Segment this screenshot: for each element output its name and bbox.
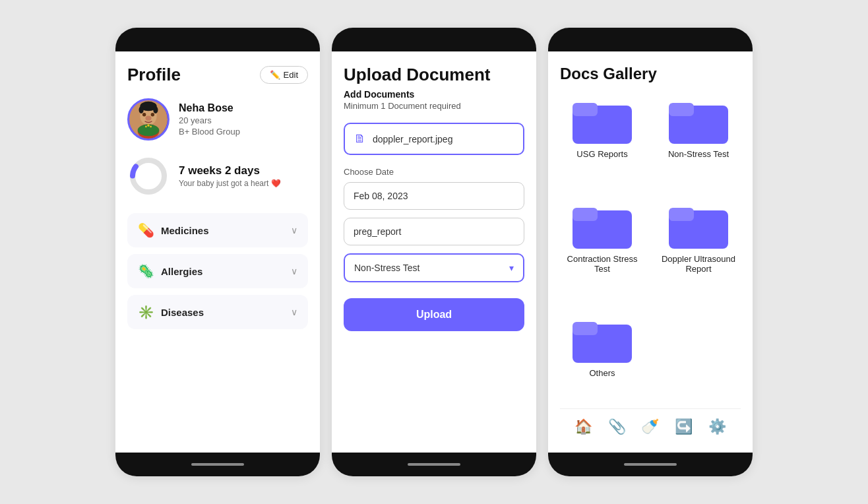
folder-icon-usg — [573, 96, 632, 144]
home-indicator-docs — [624, 463, 677, 466]
avatar — [127, 98, 170, 141]
pregnancy-row: 7 weeks 2 days Your baby just got a hear… — [127, 155, 308, 197]
pregnancy-info: 7 weeks 2 days Your baby just got a hear… — [179, 164, 281, 188]
date-label: Choose Date — [344, 167, 524, 177]
pregnancy-desc-text: Your baby just got a heart — [179, 179, 271, 188]
svg-point-5 — [151, 113, 154, 116]
pregnancy-description: Your baby just got a heart ❤️ — [179, 179, 281, 188]
svg-point-9 — [153, 106, 158, 113]
upload-title: Upload Document — [344, 65, 524, 85]
bottom-bar-profile — [115, 453, 320, 476]
nav-baby-icon[interactable]: 🍼 — [641, 418, 659, 435]
folder-empty — [656, 315, 741, 408]
folder-label-cst: Contraction Stress Test — [560, 254, 644, 274]
svg-rect-18 — [669, 103, 694, 116]
user-details: Neha Bose 20 years B+ Blood Group — [179, 102, 240, 137]
donut-chart — [127, 155, 170, 197]
profile-screen: Profile ✏️ Edit — [115, 51, 320, 453]
svg-point-10 — [147, 124, 150, 127]
diseases-chevron: ∨ — [291, 307, 297, 317]
select-arrow-icon: ▾ — [509, 263, 514, 273]
medicines-chevron: ∨ — [291, 225, 297, 236]
bottom-bar-docs — [548, 453, 753, 476]
profile-content: Profile ✏️ Edit — [115, 51, 320, 453]
diseases-section[interactable]: ✳️ Diseases ∨ — [127, 295, 308, 329]
upload-subtitle: Add Documents — [344, 89, 524, 100]
file-input-box[interactable]: 🗎 doppler_report.jpeg — [344, 123, 524, 155]
avatar-svg — [129, 98, 168, 141]
bottom-bar-upload — [332, 453, 536, 476]
pregnancy-weeks: 7 weeks 2 days — [179, 164, 281, 177]
file-icon: 🗎 — [354, 132, 366, 146]
svg-rect-20 — [573, 208, 598, 221]
folder-label-usg: USG Reports — [576, 149, 627, 159]
date-input[interactable]: Feb 08, 2023 — [344, 182, 524, 210]
svg-rect-24 — [573, 322, 598, 335]
docs-content: Docs Gallery USG Reports Non- — [548, 51, 753, 453]
folder-others[interactable]: Others — [560, 315, 644, 408]
svg-rect-22 — [669, 208, 694, 221]
allergies-label: Allergies — [161, 266, 202, 277]
top-bar-upload — [332, 28, 536, 51]
home-indicator — [191, 463, 244, 466]
nav-attachment-icon[interactable]: 📎 — [608, 418, 626, 435]
home-indicator-upload — [408, 463, 460, 466]
user-age: 20 years — [179, 115, 240, 125]
allergies-icon: 🦠 — [138, 263, 154, 279]
phone-upload: Upload Document Add Documents Minimum 1 … — [332, 28, 536, 476]
heart-icon: ❤️ — [271, 179, 281, 188]
medicines-section[interactable]: 💊 Medicines ∨ — [127, 213, 308, 247]
diseases-icon: ✳️ — [138, 304, 154, 320]
folder-label-nst: Non-Stress Test — [668, 149, 729, 159]
user-blood-group: B+ Blood Group — [179, 127, 240, 137]
user-info-row: Neha Bose 20 years B+ Blood Group — [127, 98, 308, 141]
phone-docs: Docs Gallery USG Reports Non- — [548, 28, 753, 476]
svg-point-6 — [145, 116, 151, 121]
svg-point-8 — [139, 106, 144, 113]
diseases-label: Diseases — [161, 307, 204, 318]
medicines-icon: 💊 — [138, 222, 154, 238]
upload-button[interactable]: Upload — [344, 298, 524, 331]
upload-screen: Upload Document Add Documents Minimum 1 … — [332, 51, 536, 453]
folder-label-others: Others — [589, 368, 615, 378]
top-bar-profile — [115, 28, 320, 51]
file-name: doppler_report.jpeg — [373, 134, 452, 144]
profile-title: Profile — [127, 65, 181, 85]
folder-nst[interactable]: Non-Stress Test — [656, 96, 741, 189]
profile-header: Profile ✏️ Edit — [127, 65, 308, 85]
folder-usg[interactable]: USG Reports — [560, 96, 644, 189]
folder-cst[interactable]: Contraction Stress Test — [560, 201, 644, 304]
user-name: Neha Bose — [179, 102, 240, 114]
edit-icon: ✏️ — [270, 70, 280, 80]
allergies-chevron: ∨ — [291, 266, 297, 276]
bottom-nav: 🏠 📎 🍼 ↪️ ⚙️ — [560, 408, 741, 442]
phone-profile: Profile ✏️ Edit — [115, 28, 320, 476]
medicines-label: Medicines — [161, 225, 209, 236]
upload-hint: Minimum 1 Document required — [344, 101, 524, 111]
nav-home-icon[interactable]: 🏠 — [574, 418, 592, 435]
folders-grid: USG Reports Non-Stress Test — [560, 96, 741, 408]
folder-icon-doppler — [669, 201, 728, 249]
folder-icon-cst — [573, 201, 632, 249]
allergies-section[interactable]: 🦠 Allergies ∨ — [127, 254, 308, 288]
report-name-input[interactable]: preg_report — [344, 218, 524, 245]
select-value: Non-Stress Test — [354, 263, 419, 273]
svg-point-4 — [142, 113, 146, 116]
edit-button[interactable]: ✏️ Edit — [260, 66, 308, 84]
docs-screen: Docs Gallery USG Reports Non- — [548, 51, 753, 453]
edit-label: Edit — [284, 70, 298, 80]
nav-settings-icon[interactable]: ⚙️ — [708, 418, 726, 435]
docs-title: Docs Gallery — [560, 65, 741, 83]
nav-share-icon[interactable]: ↪️ — [675, 418, 693, 435]
svg-point-12 — [150, 126, 152, 128]
diseases-left: ✳️ Diseases — [138, 304, 204, 320]
folder-doppler[interactable]: Doppler Ultrasound Report — [656, 201, 741, 304]
svg-point-11 — [145, 126, 147, 128]
allergies-left: 🦠 Allergies — [138, 263, 202, 279]
folder-icon-nst — [669, 96, 728, 144]
upload-content: Upload Document Add Documents Minimum 1 … — [332, 51, 536, 453]
top-bar-docs — [548, 28, 753, 51]
document-type-select[interactable]: Non-Stress Test ▾ — [344, 253, 524, 282]
svg-rect-16 — [573, 103, 598, 116]
folder-label-doppler: Doppler Ultrasound Report — [656, 254, 741, 274]
